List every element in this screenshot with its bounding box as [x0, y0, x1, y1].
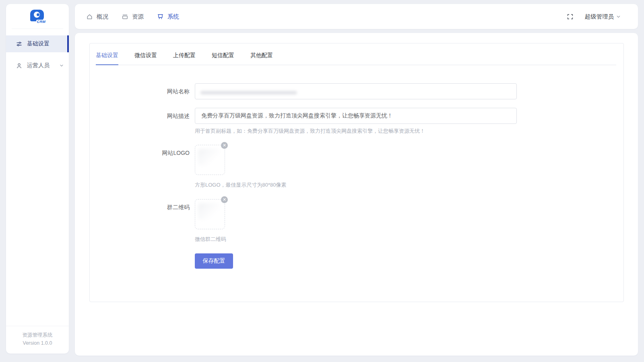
remove-qr-icon[interactable]: ✕	[221, 196, 228, 203]
presentation-board-icon	[157, 13, 164, 20]
header-right: 超级管理员	[567, 13, 621, 21]
basic-settings-form: 网站名称 网站描述 用于首页副标题，如：免费分享百万级网盘资源，致力打造顶尖网盘…	[90, 83, 623, 269]
site-description-row: 网站描述 用于首页副标题，如：免费分享百万级网盘资源，致力打造顶尖网盘搜索引擎，…	[90, 108, 623, 134]
sidebar-menu: 基础设置 运营人员	[6, 29, 69, 74]
group-qr-upload[interactable]: ✕	[195, 199, 225, 229]
site-description-input[interactable]	[195, 108, 517, 124]
site-logo-row: 网站LOGO ✕ 方形LOGO，最佳显示尺寸为80*80像素	[90, 145, 623, 188]
site-description-help: 用于首页副标题，如：免费分享百万级网盘资源，致力打造顶尖网盘搜索引擎，让您畅享资…	[195, 128, 517, 134]
nav-item-label: 系统	[167, 13, 179, 21]
qr-preview-redacted	[198, 203, 220, 220]
app-logo: CRM	[6, 4, 69, 29]
site-name-label: 网站名称	[90, 83, 195, 99]
fullscreen-icon[interactable]	[567, 13, 574, 20]
app-version: Version 1.0.0	[8, 339, 66, 347]
tab-wechat-settings[interactable]: 微信设置	[134, 51, 157, 65]
app-name: 资源管理系统	[8, 331, 66, 339]
main-content: 基础设置 微信设置 上传配置 短信配置 其他配置 网站名称 网站描述 用于首页副…	[75, 33, 638, 356]
sidebar-item-basic-settings[interactable]: 基础设置	[6, 35, 69, 52]
nav-item-label: 资源	[132, 13, 144, 21]
site-name-row: 网站名称	[90, 83, 623, 99]
settings-tabs: 基础设置 微信设置 上传配置 短信配置 其他配置	[96, 51, 616, 65]
chevron-down-icon	[59, 63, 64, 68]
nav-item-label: 概况	[97, 13, 108, 21]
logo-preview-redacted	[198, 149, 220, 166]
nav-item-resources[interactable]: 资源	[122, 13, 144, 21]
sidebar-item-operators[interactable]: 运营人员	[6, 57, 69, 74]
box-icon	[122, 13, 128, 20]
nav-item-overview[interactable]: 概况	[86, 13, 108, 21]
chevron-down-icon	[616, 14, 621, 19]
settings-panel: 基础设置 微信设置 上传配置 短信配置 其他配置 网站名称 网站描述 用于首页副…	[89, 43, 624, 302]
top-header: 概况 资源 系统	[75, 4, 638, 29]
home-icon	[86, 13, 93, 20]
group-qr-row: 群二维码 ✕ 微信群二维码	[90, 199, 623, 243]
nav-item-system[interactable]: 系统	[157, 13, 179, 21]
remove-logo-icon[interactable]: ✕	[221, 142, 228, 149]
sidebar-item-label: 基础设置	[27, 40, 50, 47]
tab-sms-config[interactable]: 短信配置	[212, 51, 234, 65]
site-name-input[interactable]	[195, 83, 517, 99]
site-logo-upload[interactable]: ✕	[195, 145, 225, 175]
save-row: 保存配置	[90, 253, 623, 269]
user-name: 超级管理员	[585, 13, 614, 21]
site-description-label: 网站描述	[90, 108, 195, 134]
tab-upload-config[interactable]: 上传配置	[173, 51, 196, 65]
user-menu[interactable]: 超级管理员	[585, 13, 621, 21]
sidebar: CRM 基础设置 运营人员	[6, 4, 69, 354]
logo-text: CRM	[36, 20, 46, 24]
sidebar-item-label: 运营人员	[27, 62, 50, 69]
group-qr-label: 群二维码	[90, 199, 195, 243]
site-logo-label: 网站LOGO	[90, 145, 195, 188]
group-qr-help: 微信群二维码	[195, 236, 226, 243]
user-icon	[16, 62, 23, 69]
crm-logo-icon: CRM	[29, 8, 46, 25]
sliders-icon	[16, 41, 23, 47]
site-logo-help: 方形LOGO，最佳显示尺寸为80*80像素	[195, 181, 287, 188]
save-config-button[interactable]: 保存配置	[195, 253, 233, 269]
sidebar-footer: 资源管理系统 Version 1.0.0	[6, 326, 69, 354]
tab-other-config[interactable]: 其他配置	[250, 51, 273, 65]
tab-basic-settings[interactable]: 基础设置	[96, 51, 118, 65]
